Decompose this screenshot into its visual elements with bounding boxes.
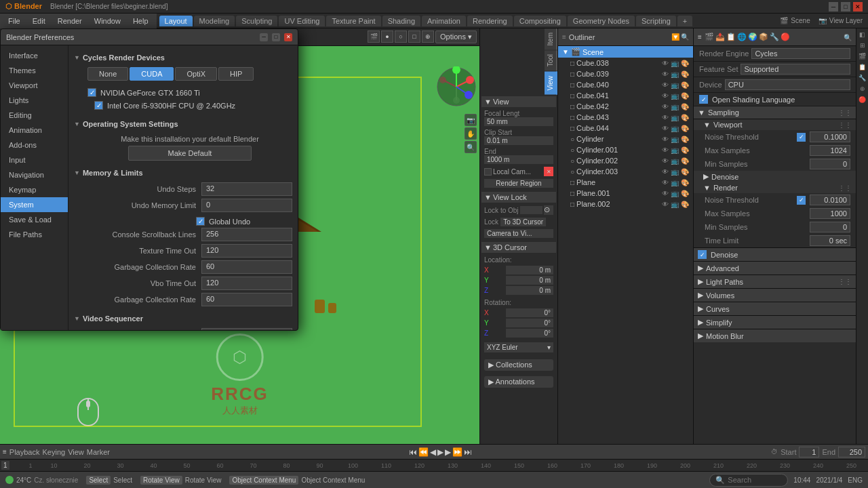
n-tab-tool[interactable]: Tool: [545, 50, 557, 70]
noise-threshold-checkbox[interactable]: ✓: [797, 133, 806, 142]
lock-to-obj-input[interactable]: [520, 206, 542, 214]
prop-icon-7[interactable]: 🔴: [858, 95, 867, 104]
jump-start-btn[interactable]: ⏮: [409, 447, 417, 457]
options-dropdown[interactable]: Options ▾: [435, 30, 477, 43]
prop-icon-1[interactable]: ◧: [858, 30, 867, 39]
memory-cache-input[interactable]: 4096: [201, 328, 292, 330]
navigation-gizmo[interactable]: [436, 66, 477, 108]
outliner-cylinder001[interactable]: ○Cylinder.001 👁 📺 🎨: [558, 144, 693, 155]
cursor-z-value[interactable]: 0 m: [506, 286, 553, 295]
outliner-cube042[interactable]: □Cube.042 👁 📺 🎨: [558, 101, 693, 112]
playback-menu[interactable]: Playback: [9, 448, 40, 456]
cycles-section-header[interactable]: ▼ Cycles Render Devices: [74, 51, 292, 64]
tab-sculpting[interactable]: Sculpting: [236, 16, 277, 26]
menu-file[interactable]: File: [3, 16, 26, 26]
prop-icon-4[interactable]: 📋: [858, 62, 867, 72]
viewport-sampling-options[interactable]: ⋮⋮: [838, 121, 852, 129]
view-menu[interactable]: View: [68, 448, 84, 456]
menu-edit[interactable]: Edit: [27, 16, 51, 26]
rotation-mode-dropdown[interactable]: XYZ Euler ▾: [484, 342, 553, 352]
undo-memory-input[interactable]: 0: [201, 199, 292, 212]
pref-sidebar-lights[interactable]: Lights: [1, 93, 68, 108]
tab-modeling[interactable]: Modeling: [194, 16, 235, 26]
min-samples-value[interactable]: 0: [810, 159, 850, 169]
denoise-render-header[interactable]: ✓ Denoise: [694, 247, 856, 261]
device-nvidia-checkbox[interactable]: ✓: [87, 88, 96, 97]
pref-sidebar-animation[interactable]: Animation: [1, 123, 68, 138]
pref-sidebar-save-load[interactable]: Save & Load: [1, 212, 68, 227]
wireframe-icon[interactable]: □: [408, 30, 420, 43]
cursor-rx-value[interactable]: 0°: [506, 308, 553, 317]
vbo-timeout-input[interactable]: 120: [201, 277, 292, 290]
feature-set-dropdown[interactable]: Supported: [741, 64, 850, 75]
solid-icon[interactable]: ○: [395, 30, 407, 43]
camera-icon[interactable]: 📷: [465, 114, 477, 126]
console-scrollback-input[interactable]: 256: [201, 228, 292, 241]
render-prop-icon[interactable]: 🎬: [705, 33, 714, 41]
cursor-x-value[interactable]: 0 m: [506, 266, 553, 274]
pref-sidebar-file-paths[interactable]: File Paths: [1, 227, 68, 242]
menu-window[interactable]: Window: [89, 16, 126, 26]
tab-rendering[interactable]: Rendering: [467, 16, 513, 26]
pref-close-btn[interactable]: ✕: [284, 33, 292, 41]
tab-uv-editing[interactable]: UV Editing: [279, 16, 325, 26]
render-max-samples-value[interactable]: 1000: [810, 208, 850, 219]
gc-rate2-input[interactable]: 60: [201, 293, 292, 306]
clip-start-value[interactable]: 0.01 m: [484, 136, 553, 145]
tab-shading[interactable]: Shading: [382, 16, 420, 26]
denoise-vp-header[interactable]: ▶ Denoise: [694, 171, 856, 182]
prop-icon-6[interactable]: ⊕: [858, 84, 867, 94]
menu-render[interactable]: Render: [52, 16, 87, 26]
jump-end-btn[interactable]: ⏭: [464, 447, 472, 457]
minimize-button[interactable]: ─: [829, 2, 838, 12]
keying-menu[interactable]: Keying: [42, 448, 65, 456]
render-noise-threshold-value[interactable]: 0.0100: [810, 195, 850, 205]
outliner-cube040[interactable]: □Cube.040 👁 📺 🎨: [558, 79, 693, 90]
timeline-menu-icon[interactable]: ≡: [3, 448, 7, 455]
cursor-y-value[interactable]: 0 m: [506, 276, 553, 285]
outliner-cube044[interactable]: □Cube.044 👁 📺 🎨: [558, 123, 693, 134]
tab-add[interactable]: +: [677, 16, 692, 26]
menu-help[interactable]: Help: [127, 16, 154, 26]
pref-sidebar-keymap[interactable]: Keymap: [1, 182, 68, 197]
to-3d-cursor-btn[interactable]: To 3D Cursor: [500, 218, 546, 226]
pref-sidebar-input[interactable]: Input: [1, 152, 68, 167]
look-dev-icon[interactable]: ⊕: [422, 30, 434, 43]
modifier-prop-icon[interactable]: 🔧: [770, 33, 779, 41]
render-noise-threshold-checkbox[interactable]: ✓: [797, 196, 806, 205]
cursor-3d-header[interactable]: ▼ 3D Cursor: [481, 242, 556, 253]
curves-header[interactable]: ▶Curves: [694, 302, 856, 315]
tab-scripting[interactable]: Scripting: [636, 16, 676, 26]
light-paths-options[interactable]: ⋮⋮: [838, 278, 852, 285]
view-section-header[interactable]: ▼ View: [481, 96, 556, 107]
material-icon[interactable]: ●: [381, 30, 393, 43]
global-undo-checkbox[interactable]: ✓: [196, 217, 205, 226]
prop-icon-5[interactable]: 🔧: [858, 73, 867, 83]
scene-prop-icon[interactable]: 🌐: [737, 33, 747, 41]
tab-animation[interactable]: Animation: [422, 16, 466, 26]
close-button[interactable]: ✕: [853, 2, 863, 12]
render-engine-dropdown[interactable]: Cycles: [751, 48, 850, 59]
tab-layout[interactable]: Layout: [159, 16, 193, 26]
local-cam-checkbox[interactable]: [484, 168, 492, 176]
world-prop-icon[interactable]: 🌍: [748, 33, 757, 41]
device-intel-checkbox[interactable]: ✓: [94, 101, 103, 110]
render-icon[interactable]: 🎬: [368, 30, 380, 43]
search-input[interactable]: [728, 476, 782, 484]
outliner-menu-icon[interactable]: ≡: [562, 33, 566, 41]
pref-maximize-btn[interactable]: □: [272, 33, 280, 41]
current-frame[interactable]: 1: [1, 461, 9, 470]
outliner-cylinder002[interactable]: ○Cylinder.002 👁 📺 🎨: [558, 155, 693, 166]
pref-sidebar-editing[interactable]: Editing: [1, 108, 68, 123]
outliner-plane[interactable]: □Plane 👁 📺 🎨: [558, 177, 693, 188]
device-btn-hip[interactable]: HIP: [218, 67, 254, 81]
collections-row[interactable]: ▶ Collections: [481, 357, 556, 373]
prev-frame-btn[interactable]: ⏪: [418, 447, 429, 457]
time-limit-value[interactable]: 0 sec: [810, 235, 850, 246]
render-region-btn[interactable]: Render Region: [484, 179, 553, 188]
grab-icon[interactable]: ✋: [465, 127, 477, 140]
outliner-cube041[interactable]: □Cube.041 👁 📺 🎨: [558, 90, 693, 101]
undo-steps-input[interactable]: 32: [201, 182, 292, 196]
outliner-cylinder[interactable]: ○Cylinder 👁 📺 🎨: [558, 134, 693, 144]
device-btn-optix[interactable]: OptiX: [175, 67, 217, 81]
